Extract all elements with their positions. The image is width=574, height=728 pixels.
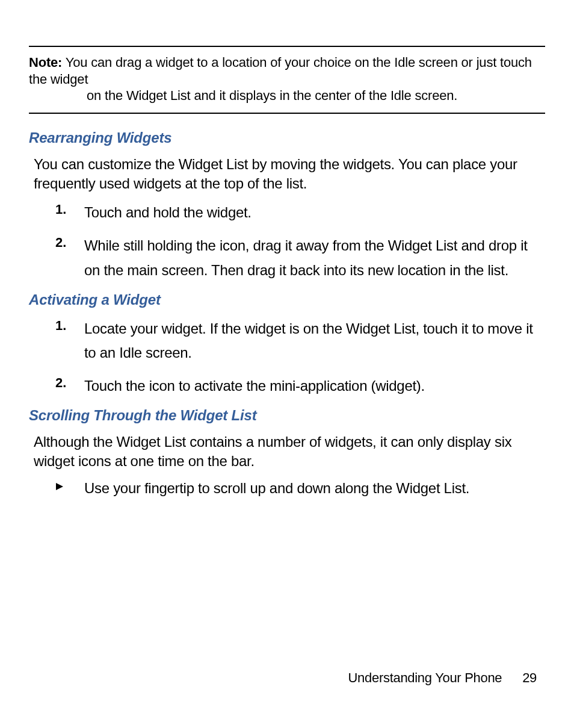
list-item: 2. While still holding the icon, drag it… (55, 234, 545, 283)
note-label: Note: (29, 55, 62, 70)
svg-marker-0 (56, 483, 63, 490)
step-number: 2. (55, 234, 84, 283)
note-line-1: You can drag a widget to a location of y… (29, 55, 532, 87)
intro-scrolling: Although the Widget List contains a numb… (34, 432, 545, 471)
steps-activating: 1. Locate your widget. If the widget is … (55, 317, 545, 399)
step-text: While still holding the icon, drag it aw… (84, 234, 545, 283)
page-footer: Understanding Your Phone 29 (348, 670, 537, 686)
list-item: 1. Locate your widget. If the widget is … (55, 317, 545, 366)
step-number: 1. (55, 201, 84, 225)
note-text: Note: You can drag a widget to a locatio… (29, 54, 545, 104)
heading-rearranging: Rearranging Widgets (29, 129, 545, 146)
step-number: 1. (55, 317, 84, 366)
footer-section-name: Understanding Your Phone (348, 670, 502, 685)
footer-page-number: 29 (522, 670, 537, 685)
heading-activating: Activating a Widget (29, 291, 545, 308)
step-text: Touch the icon to activate the mini-appl… (84, 374, 425, 399)
step-text: Locate your widget. If the widget is on … (84, 317, 545, 366)
list-item: Use your fingertip to scroll up and down… (55, 479, 545, 498)
bullet-text: Use your fingertip to scroll up and down… (84, 479, 469, 498)
intro-rearranging: You can customize the Widget List by mov… (34, 155, 545, 194)
list-item: 1. Touch and hold the widget. (55, 201, 545, 225)
heading-scrolling: Scrolling Through the Widget List (29, 407, 545, 424)
step-number: 2. (55, 374, 84, 399)
step-text: Touch and hold the widget. (84, 201, 252, 225)
steps-rearranging: 1. Touch and hold the widget. 2. While s… (55, 201, 545, 282)
note-line-2: on the Widget List and it displays in th… (29, 87, 545, 104)
list-item: 2. Touch the icon to activate the mini-a… (55, 374, 545, 399)
note-box: Note: You can drag a widget to a locatio… (29, 46, 545, 114)
triangle-bullet-icon (55, 479, 84, 498)
bullets-scrolling: Use your fingertip to scroll up and down… (55, 479, 545, 498)
